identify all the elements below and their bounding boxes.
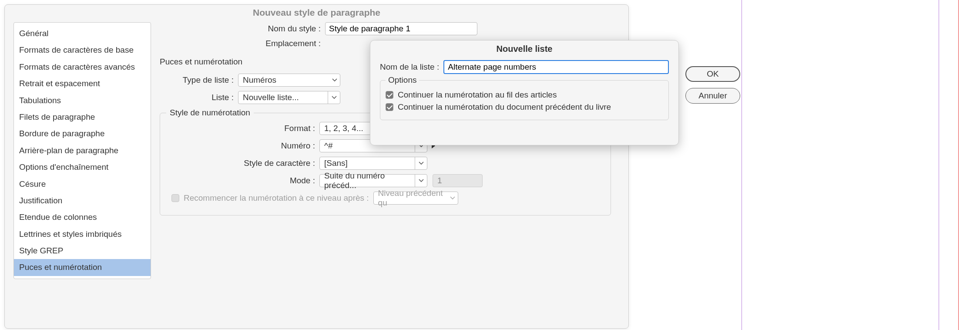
new-list-dialog: Nouvelle liste Nom de la liste : Options… — [370, 40, 679, 145]
char-style-label: Style de caractère : — [166, 158, 319, 168]
bleed-line — [958, 0, 959, 330]
ok-button[interactable]: OK — [685, 66, 740, 82]
sidebar-item-basic-char-formats[interactable]: Formats de caractères de base — [14, 42, 151, 58]
category-sidebar: Général Formats de caractères de base Fo… — [13, 22, 151, 279]
style-name-label: Nom du style : — [160, 24, 325, 34]
format-label: Format : — [166, 124, 319, 133]
char-style-dropdown[interactable]: [Sans] — [319, 157, 427, 170]
list-value: Nouvelle liste... — [238, 93, 328, 102]
sidebar-item-bullets-numbering[interactable]: Puces et numérotation — [14, 259, 151, 276]
chevron-down-icon — [446, 196, 455, 200]
cancel-button[interactable]: Annuler — [685, 88, 740, 104]
number-label: Numéro : — [166, 141, 319, 151]
restart-level-dropdown: Niveau précédent qu — [373, 192, 458, 205]
options-legend: Options — [386, 75, 419, 85]
sidebar-item-indents-spacing[interactable]: Retrait et espacement — [14, 75, 151, 92]
list-dropdown[interactable]: Nouvelle liste... — [238, 91, 340, 104]
sidebar-item-keep-options[interactable]: Options d'enchaînement — [14, 159, 151, 175]
continue-from-prev-doc-label: Continuer la numérotation du document pr… — [398, 102, 611, 112]
sidebar-item-tabs[interactable]: Tabulations — [14, 92, 151, 109]
document-background — [723, 0, 980, 330]
list-type-value: Numéros — [243, 75, 276, 85]
mode-value: Suite du numéro précéd... — [320, 171, 415, 190]
numbering-style-legend: Style de numérotation — [166, 108, 254, 118]
sidebar-item-hyphenation[interactable]: Césure — [14, 176, 151, 192]
sidebar-item-span-columns[interactable]: Etendue de colonnes — [14, 209, 151, 226]
continue-across-stories-checkbox[interactable] — [386, 91, 393, 99]
dialog-title: Nouveau style de paragraphe — [5, 5, 628, 22]
start-at-input: 1 — [433, 174, 483, 187]
new-list-title: Nouvelle liste — [370, 40, 678, 60]
options-fieldset: Options Continuer la numérotation au fil… — [380, 80, 669, 120]
list-label: Liste : — [160, 93, 238, 102]
sidebar-item-adv-char-formats[interactable]: Formats de caractères avancés — [14, 59, 151, 75]
list-name-input[interactable] — [443, 60, 669, 74]
continue-across-stories-label: Continuer la numérotation au fil des art… — [398, 90, 557, 100]
chevron-down-icon — [415, 157, 427, 169]
sidebar-item-paragraph-border[interactable]: Bordure de paragraphe — [14, 125, 151, 142]
sidebar-item-paragraph-rules[interactable]: Filets de paragraphe — [14, 109, 151, 125]
sidebar-item-grep-style[interactable]: Style GREP — [14, 242, 151, 259]
restart-numbering-label: Recommencer la numérotation à ce niveau … — [184, 193, 373, 203]
dialog-button-column: OK Annuler — [685, 66, 740, 110]
mode-dropdown[interactable]: Suite du numéro précéd... — [319, 174, 427, 187]
chevron-down-icon — [328, 91, 340, 104]
guide-line — [939, 0, 939, 330]
mode-label: Mode : — [166, 176, 319, 185]
list-type-label: Type de liste : — [160, 75, 238, 85]
sidebar-item-general[interactable]: Général — [14, 25, 151, 42]
style-name-input[interactable] — [325, 22, 477, 35]
list-type-dropdown[interactable]: Numéros — [238, 74, 340, 87]
chevron-down-icon — [329, 78, 337, 82]
guide-line — [742, 0, 742, 330]
chevron-down-icon — [415, 175, 427, 187]
sidebar-item-drop-caps[interactable]: Lettrines et styles imbriqués — [14, 226, 151, 242]
sidebar-item-justification[interactable]: Justification — [14, 192, 151, 209]
format-value: 1, 2, 3, 4... — [324, 124, 363, 133]
restart-numbering-checkbox — [171, 194, 179, 202]
sidebar-item-paragraph-shading[interactable]: Arrière-plan de paragraphe — [14, 142, 151, 159]
char-style-value: [Sans] — [320, 158, 415, 168]
location-label: Emplacement : — [160, 39, 325, 48]
continue-from-prev-doc-checkbox[interactable] — [386, 103, 393, 111]
restart-level-value: Niveau précédent qu — [378, 189, 446, 208]
list-name-label: Nom de la liste : — [380, 62, 443, 72]
